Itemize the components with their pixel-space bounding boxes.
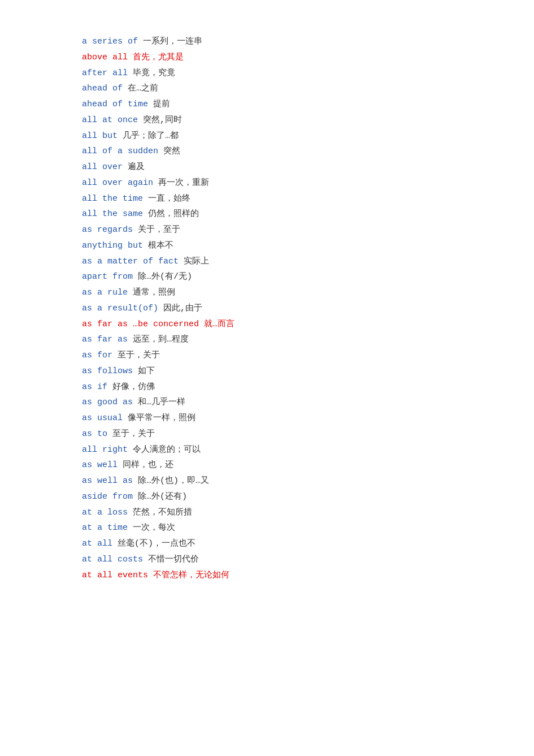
phrase-chinese: 根本不 — [148, 241, 173, 250]
list-item: apart from 除…外(有/无) — [82, 269, 500, 285]
phrase-chinese: 突然,同时 — [143, 115, 182, 125]
list-item: at a loss 茫然，不知所措 — [82, 505, 500, 521]
phrase-chinese: 提前 — [153, 100, 170, 109]
phrase-chinese: 除…外(有/无) — [138, 272, 192, 282]
phrase-english: as far as — [82, 335, 128, 344]
list-item: at all events 不管怎样，无论如何 — [82, 568, 500, 584]
phrase-english: as follows — [82, 366, 133, 376]
phrase-chinese: 突然 — [163, 146, 180, 156]
phrase-chinese: 遍及 — [128, 162, 145, 172]
list-item: at all 丝毫(不)，一点也不 — [82, 536, 500, 552]
phrase-english: apart from — [82, 272, 133, 282]
phrase-english: all but — [82, 131, 118, 141]
phrase-chinese: 实际上 — [184, 257, 209, 266]
phrase-english: at all costs — [82, 555, 143, 564]
phrase-chinese: 像平常一样，照例 — [128, 413, 196, 423]
phrase-english: anything but — [82, 241, 143, 250]
list-item: as follows 如下 — [82, 364, 500, 379]
list-item: all but 几乎；除了…都 — [82, 128, 500, 144]
phrase-chinese: 如下 — [138, 366, 155, 376]
phrase-english: all of a sudden — [82, 146, 158, 156]
list-item: at all costs 不惜一切代价 — [82, 552, 500, 568]
phrase-english: after all — [82, 68, 128, 78]
list-item: as a matter of fact 实际上 — [82, 254, 500, 270]
phrase-english: all the same — [82, 209, 143, 219]
list-item: all the time 一直，始终 — [82, 191, 500, 207]
phrase-english: all right — [82, 445, 128, 455]
phrase-chinese: 令人满意的；可以 — [133, 445, 201, 455]
list-item: aside from 除…外(还有) — [82, 489, 500, 505]
phrase-chinese: 至于，关于 — [118, 351, 160, 360]
phrase-chinese: 毕竟，究竟 — [133, 68, 175, 78]
list-item: as well 同样，也，还 — [82, 457, 500, 473]
list-item: at a time 一次，每次 — [82, 520, 500, 536]
phrase-chinese: 首先，尤其是 — [133, 53, 184, 62]
phrase-english: as well as — [82, 476, 133, 486]
phrase-english: as to — [82, 429, 107, 439]
phrase-chinese: 和…几乎一样 — [138, 398, 185, 407]
list-item: anything but 根本不 — [82, 238, 500, 254]
phrase-chinese: 一次，每次 — [133, 523, 175, 533]
list-item: as far as …be concerned 就…而言 — [82, 317, 500, 332]
phrase-english: ahead of — [82, 84, 123, 93]
list-item: all the same 仍然，照样的 — [82, 206, 500, 222]
phrase-chinese: 关于，至于 — [138, 225, 180, 235]
phrase-english: above all — [82, 53, 128, 62]
list-item: as to 至于，关于 — [82, 426, 500, 442]
list-item: all over again 再一次，重新 — [82, 175, 500, 191]
list-item: as a rule 通常，照例 — [82, 285, 500, 301]
phrase-english: all over — [82, 162, 123, 172]
phrase-english: aside from — [82, 492, 133, 502]
list-item: as if 好像，仿佛 — [82, 379, 500, 395]
phrase-english: all the time — [82, 194, 143, 204]
phrase-chinese: 同样，也，还 — [123, 460, 173, 470]
phrase-english: as regards — [82, 225, 133, 235]
phrase-chinese: 一系列，一连串 — [143, 37, 202, 46]
phrase-english: as a matter of fact — [82, 257, 179, 266]
list-item: above all 首先，尤其是 — [82, 50, 500, 66]
list-item: after all 毕竟，究竟 — [82, 66, 500, 81]
phrase-english: as usual — [82, 413, 123, 423]
phrase-chinese: 不惜一切代价 — [148, 555, 199, 564]
list-item: ahead of 在…之前 — [82, 81, 500, 97]
phrase-english: as for — [82, 351, 112, 360]
phrase-chinese: 远至，到…程度 — [133, 335, 189, 344]
phrase-chinese: 几乎；除了…都 — [123, 131, 179, 141]
phrase-chinese: 仍然，照样的 — [148, 209, 199, 219]
list-item: as a result(of) 因此,由于 — [82, 301, 500, 317]
phrase-english: as a result(of) — [82, 304, 158, 313]
phrase-chinese: 因此,由于 — [163, 304, 202, 313]
phrase-english: at all — [82, 539, 112, 548]
list-item: as well as 除…外(也)，即…又 — [82, 473, 500, 489]
phrase-english: all over again — [82, 178, 153, 188]
phrase-chinese: 茫然，不知所措 — [133, 508, 192, 517]
list-item: as regards 关于，至于 — [82, 222, 500, 238]
list-item: as far as 远至，到…程度 — [82, 332, 500, 348]
phrase-english: as far as …be concerned — [82, 319, 199, 329]
phrase-chinese: 一直，始终 — [148, 194, 190, 204]
phrase-chinese: 不管怎样，无论如何 — [153, 571, 229, 580]
phrase-english: as if — [82, 382, 107, 392]
phrase-list: a series of 一系列，一连串above all 首先，尤其是after… — [82, 34, 500, 583]
phrase-english: a series of — [82, 37, 138, 46]
list-item: all of a sudden 突然 — [82, 144, 500, 159]
phrase-english: as good as — [82, 398, 133, 407]
phrase-english: all at once — [82, 115, 138, 125]
phrase-chinese: 就…而言 — [204, 319, 235, 329]
phrase-chinese: 好像，仿佛 — [112, 382, 155, 392]
list-item: all right 令人满意的；可以 — [82, 442, 500, 458]
list-item: ahead of time 提前 — [82, 97, 500, 113]
phrase-english: ahead of time — [82, 100, 148, 109]
phrase-english: as a rule — [82, 288, 128, 297]
list-item: a series of 一系列，一连串 — [82, 34, 500, 50]
list-item: all over 遍及 — [82, 159, 500, 175]
phrase-english: as well — [82, 460, 118, 470]
list-item: as usual 像平常一样，照例 — [82, 411, 500, 426]
list-item: as for 至于，关于 — [82, 348, 500, 364]
phrase-english: at a time — [82, 523, 128, 533]
phrase-chinese: 通常，照例 — [133, 288, 175, 297]
phrase-english: at a loss — [82, 508, 128, 517]
phrase-chinese: 至于，关于 — [112, 429, 155, 439]
list-item: as good as 和…几乎一样 — [82, 395, 500, 411]
phrase-chinese: 丝毫(不)，一点也不 — [118, 539, 196, 548]
